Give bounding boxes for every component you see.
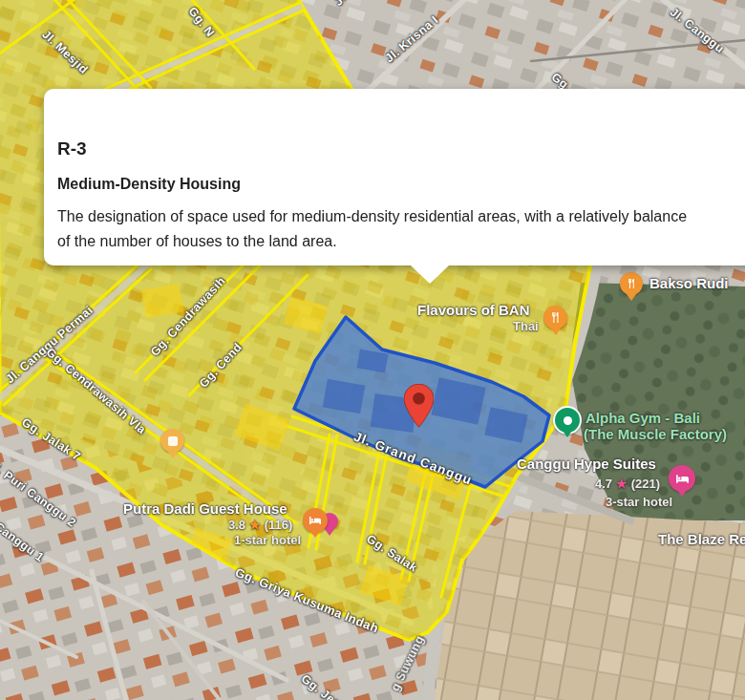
bed-icon	[309, 516, 322, 525]
restaurant-pin-icon[interactable]	[543, 306, 567, 329]
card-pointer-arrow	[411, 265, 449, 284]
rating-value: 4.7	[595, 477, 612, 491]
review-count: (116)	[265, 518, 293, 532]
zone-description-line: of the number of houses to the land area…	[57, 229, 687, 254]
hotel-pin-icon[interactable]	[303, 508, 328, 533]
restaurant-pin-icon[interactable]	[620, 272, 643, 295]
hotel-pin-icon[interactable]	[669, 465, 695, 492]
poi-label-canggu-hype-suites[interactable]: Canggu Hype Suites	[517, 456, 656, 472]
poi-rating-putra-dadi: 3.8 ★ (116)	[228, 518, 292, 532]
gym-pin-dot	[564, 416, 572, 425]
poi-label-alpha-gym-line2[interactable]: (The Muscle Factory)	[584, 426, 727, 442]
poi-label-flavours[interactable]: Flavours of BAN	[417, 302, 530, 318]
shop-pin-glyph	[168, 436, 178, 446]
destination-pin-icon[interactable]	[404, 384, 434, 432]
zone-info-card: R-3 Medium-Density Housing The designati…	[44, 89, 745, 265]
poi-category-putra-dadi: 1-star hotel	[234, 533, 301, 547]
star-icon: ★	[616, 477, 628, 491]
poi-label-putra-dadi[interactable]: Putra Dadi Guest House	[123, 500, 287, 517]
map-pin-glyph	[404, 384, 434, 428]
rating-value: 3.8	[228, 518, 245, 532]
star-icon: ★	[249, 518, 261, 532]
bed-icon	[675, 474, 690, 484]
zone-description-line: The designation of space used for medium…	[57, 204, 687, 229]
poi-category-canggu-hype: 3-star hotel	[606, 495, 672, 509]
poi-label-bakso-rudi[interactable]: Bakso Rudi	[649, 275, 729, 291]
poi-label-the-blaze[interactable]: The Blaze Re	[658, 531, 745, 547]
poi-label-alpha-gym-line1[interactable]: Alpha Gym - Bali	[585, 410, 700, 426]
fork-knife-icon	[626, 278, 637, 289]
gym-pin-icon[interactable]	[553, 406, 582, 435]
zone-name-subtitle: Medium-Density Housing	[57, 176, 241, 193]
zone-code-title: R-3	[57, 138, 87, 159]
review-count: (221)	[631, 477, 660, 491]
shop-pin-icon[interactable]	[160, 429, 184, 453]
fork-knife-icon	[549, 311, 562, 324]
poi-category-flavours: Thai	[513, 319, 539, 333]
zone-description: The designation of space used for medium…	[57, 204, 687, 254]
poi-rating-canggu-hype: 4.7 ★ (221)	[595, 477, 660, 491]
map-canvas[interactable]: Jl. Jl. Krisna I Jl. Canggu Gg. Gg. N Jl…	[0, 0, 745, 700]
